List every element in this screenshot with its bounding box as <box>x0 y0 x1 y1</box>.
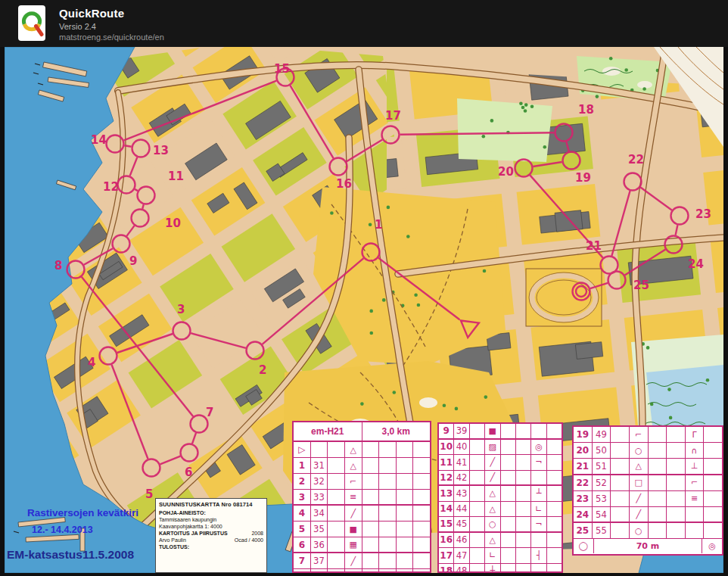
finish-funnel-icon: ◯ <box>574 539 594 553</box>
desc-row: 535■ <box>294 522 430 537</box>
quickroute-q-icon <box>18 5 45 41</box>
control-number: 21 <box>586 239 602 253</box>
desc-row: 1545○¬ <box>439 517 562 533</box>
finish-circle-icon: ◎ <box>702 539 722 553</box>
desc-row: 838∟ <box>294 569 430 573</box>
credits-base-1: Tammisaaren kaupungin <box>159 516 263 523</box>
credits-base-label: POHJA-AINEISTO: <box>159 509 263 516</box>
desc-row: 737╱ <box>294 553 430 569</box>
control-number: 14 <box>91 133 107 147</box>
desc-row: 1444△∟ <box>439 502 562 518</box>
desc-row: 232⌐ <box>294 474 430 490</box>
control-number: 5 <box>145 487 153 501</box>
credits-base-2: Kaavanpohjakartta 1: 4000 <box>159 523 263 530</box>
desc-row: 636▦ <box>294 537 430 553</box>
desc-row: 131△ <box>294 458 430 474</box>
desc-row: 434╱ <box>294 506 430 522</box>
desc-row: 1949⌐Γ <box>574 427 722 443</box>
control-number: 19 <box>575 171 591 185</box>
desc-row: 1242╱ <box>439 471 562 487</box>
control-number: 10 <box>165 216 181 230</box>
desc-row: 1646△ <box>439 533 562 549</box>
credits-title: SUUNNISTUSKARTTA Nro 081714 <box>159 501 263 508</box>
credits-software: Ocad / 4000 <box>235 537 263 543</box>
control-number: 9 <box>129 254 137 268</box>
map-annotation-event: Rastiversojen kevätkiri <box>27 507 138 518</box>
desc-row: 2151△⊥ <box>574 459 722 475</box>
control-number: 1 <box>375 218 382 232</box>
control-number: 24 <box>688 257 704 271</box>
desc-row: ▷△ <box>294 442 430 458</box>
control-number: 3 <box>177 303 185 316</box>
control-descriptions-right: 1949⌐Γ2050○∩2151△⊥2252□⌐2353╱≡2454╱2555○… <box>572 425 723 556</box>
control-number: 4 <box>88 356 95 369</box>
desc-row: 2050○∩ <box>574 443 722 459</box>
control-number: 11 <box>168 170 184 183</box>
control-number: 23 <box>695 207 711 221</box>
control-number: 16 <box>336 177 352 191</box>
control-number: 20 <box>498 165 514 179</box>
desc-row: 333≡ <box>294 490 430 506</box>
control-descriptions-middle: 939■1040▨◎1141╱¬1242╱1343△┴1444△∟1545○¬1… <box>437 422 563 573</box>
app-title: QuickRoute <box>59 7 164 20</box>
desc-row: 1141╱¬ <box>439 455 562 471</box>
course-length: 3,0 km <box>362 422 431 441</box>
desc-row: 1343△┴ <box>439 486 562 502</box>
desc-row: 1040▨◎ <box>439 440 562 456</box>
quickroute-logo-icon <box>18 5 45 41</box>
map-annotation-note: EM-katsastus11.5.2008 <box>7 548 134 562</box>
desc-row: 2454╱ <box>574 507 722 523</box>
desc-row: 1848┼ <box>439 564 562 574</box>
title-bar: QuickRoute Versio 2.4 matstroeng.se/quic… <box>0 0 728 47</box>
finish-row: ◯70 m◎ <box>574 539 722 553</box>
control-number: 13 <box>153 144 169 157</box>
control-number: 6 <box>185 465 192 479</box>
control-number: 7 <box>206 406 213 419</box>
control-number: 25 <box>633 279 649 292</box>
control-number: 17 <box>385 109 401 123</box>
desc-row: 2555○ <box>574 523 722 539</box>
credits-print-label: TULOSTUS: <box>159 543 263 550</box>
credits-surveyor: Arvo Paulin <box>159 537 186 543</box>
app-version: Versio 2.4 <box>59 22 164 31</box>
desc-row: 2252□⌐ <box>574 475 722 491</box>
map-credits: SUUNNISTUSKARTTA Nro 081714 POHJA-AINEIS… <box>155 498 267 573</box>
finish-distance: 70 m <box>594 541 702 551</box>
control-number: 15 <box>274 62 290 76</box>
map-canvas[interactable]: 1234567891011121314151617181920212223242… <box>5 47 723 573</box>
desc-row: 2353╱≡ <box>574 491 722 507</box>
control-number: 12 <box>103 180 119 194</box>
desc-row: 1747∟┤ <box>439 548 562 564</box>
control-number: 18 <box>578 103 594 117</box>
course-class: em-H21 <box>294 426 362 437</box>
control-descriptions-left: em-H21 3,0 km ▷△131△232⌐333≡434╱535■636▦… <box>292 421 431 573</box>
control-number: 8 <box>54 259 62 272</box>
descriptions-header: em-H21 3,0 km <box>294 422 430 442</box>
desc-row: 939■ <box>439 424 562 440</box>
control-number: 22 <box>628 153 644 167</box>
credits-survey-label: KARTOITUS JA PIIRUSTUS <box>159 530 228 537</box>
map-annotation-dates: 12.- 14.4.2013 <box>32 525 93 535</box>
app-url: matstroeng.se/quickroute/en <box>59 33 164 42</box>
control-number: 2 <box>259 363 266 377</box>
credits-survey-year: 2008 <box>251 530 263 537</box>
